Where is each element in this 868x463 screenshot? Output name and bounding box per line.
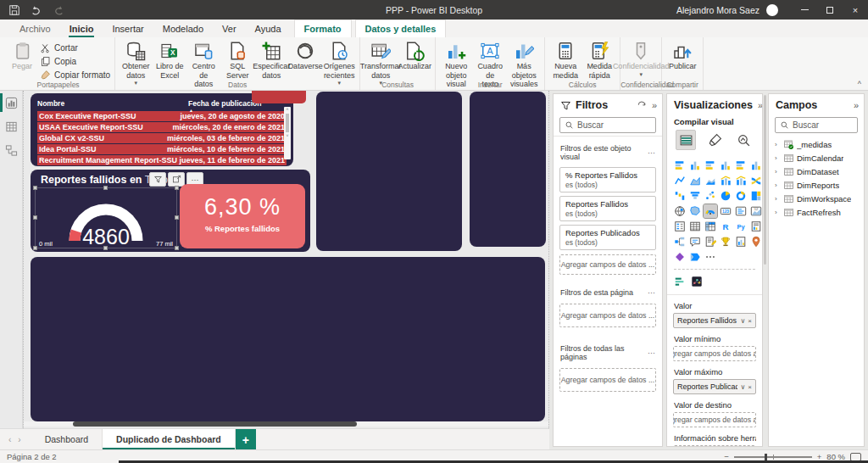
field-pill[interactable]: Reportes Publicados∨× [673, 379, 756, 394]
section-more-icon[interactable]: ··· [648, 148, 655, 157]
visual-icon-ribbon-chart[interactable] [749, 174, 763, 187]
ribbon-button-copiar-formato[interactable]: Copiar formato [40, 70, 110, 81]
menu-tab-insertar[interactable]: Insertar [103, 20, 153, 37]
add-data-fields-dropzone[interactable] [673, 445, 756, 447]
column-header-fecha[interactable]: Fecha de publicación [188, 99, 261, 108]
ribbon-button-obtener-datos[interactable]: Obtener datos▾ [120, 40, 152, 86]
visual-icon-100-stacked-column-chart[interactable] [749, 159, 763, 172]
maximize-button[interactable] [817, 0, 843, 20]
visual-icon-decomposition-tree[interactable] [673, 235, 687, 248]
page-tab-dashboard[interactable]: Dashboard [31, 429, 102, 449]
field-item-dimcalendar[interactable]: ›DimCalendar [772, 151, 860, 165]
filter-card[interactable]: Reportes Fallidoses (todos) [559, 196, 656, 221]
ribbon-button-cortar[interactable]: Cortar [40, 42, 110, 53]
selection-handle[interactable] [175, 215, 179, 220]
chevron-down-icon[interactable]: ∨ [740, 383, 745, 391]
user-name[interactable]: Alejandro Mora Saez [676, 5, 760, 15]
visual-icon-kpi[interactable]: 12 [749, 204, 763, 218]
visual-icon-funnel-chart[interactable] [688, 189, 702, 203]
ribbon-button-pegar[interactable]: Pegar [6, 40, 38, 71]
collapse-ribbon-icon[interactable]: ^ [858, 80, 861, 88]
partial-card-visual[interactable]: 20 [252, 91, 306, 103]
hide-pane-icon[interactable] [637, 99, 647, 111]
collapse-pane-icon[interactable]: » [854, 100, 859, 110]
visual-icon-python-visual[interactable]: Py [734, 220, 748, 233]
close-button[interactable]: × [843, 0, 868, 20]
gauge-visual[interactable]: 4860 0 mil 77 mil [36, 188, 176, 248]
zoom-slider[interactable] [734, 456, 812, 458]
filter-funnel-icon[interactable] [149, 172, 166, 187]
table-header[interactable]: Nombre Fecha de publicación ▲ [37, 97, 287, 111]
visual-icon-matrix[interactable] [704, 220, 717, 233]
field-item-factrefresh[interactable]: ›FactRefresh [772, 205, 860, 219]
visual-icon-power-apps[interactable] [673, 250, 687, 264]
visual-icon-line-and-clustered-column-chart[interactable] [734, 174, 748, 187]
table-scrollbar[interactable]: ˄˅ [284, 107, 291, 159]
selection-handle[interactable] [103, 186, 108, 190]
ribbon-button-nueva-medida[interactable]: Nueva medida [549, 40, 581, 80]
visual-icon-report[interactable] [734, 235, 748, 248]
section-more-icon[interactable]: ··· [648, 349, 655, 357]
selection-handle[interactable] [103, 246, 108, 250]
data-view-button[interactable] [0, 114, 23, 138]
visual-icon-100-stacked-bar-chart[interactable] [734, 159, 748, 172]
new-page-button[interactable]: + [236, 429, 256, 450]
selection-handle[interactable] [33, 246, 37, 250]
panel-scrollbar[interactable] [764, 95, 766, 265]
visual-icon-custom-visual-1[interactable] [673, 275, 687, 288]
analytics-tab[interactable] [733, 130, 754, 150]
filter-card[interactable]: % Reportes Fallidoses (todos) [559, 167, 656, 192]
visual-icon-smart-narrative[interactable] [704, 235, 717, 248]
expand-chevron-icon[interactable]: › [775, 141, 781, 148]
visual-icon-custom-visual-2[interactable] [690, 275, 704, 288]
expand-chevron-icon[interactable]: › [775, 181, 781, 189]
expand-chevron-icon[interactable]: › [775, 209, 781, 216]
undo-icon[interactable] [31, 4, 42, 16]
save-icon[interactable] [8, 4, 20, 16]
ribbon-button-orígenes-recientes[interactable]: Orígenes recientes▾ [323, 40, 355, 86]
report-view-button[interactable] [0, 91, 23, 114]
menu-tab-inicio[interactable]: Inicio [60, 20, 103, 37]
collapse-pane-icon[interactable]: » [652, 100, 657, 110]
redo-icon[interactable] [53, 4, 64, 16]
ribbon-button-dataverse[interactable]: Dataverse [289, 40, 321, 71]
table-row[interactable]: Recruitment Management Report-SSUjueves,… [37, 155, 287, 165]
visual-icon-map[interactable] [673, 204, 687, 218]
previous-page-icon[interactable]: ‹ [8, 435, 11, 444]
visual-icon-slicer[interactable] [673, 220, 687, 233]
page-tab-duplicado-de-dashboard[interactable]: Duplicado de Dashboard [102, 429, 236, 449]
menu-tab-datos-y-detalles[interactable]: Datos y detalles [355, 20, 447, 37]
visual-icon-pie-chart[interactable] [719, 189, 732, 203]
field-item-_medidas[interactable]: ›_medidas [772, 137, 860, 151]
visual-icon-area-chart[interactable] [688, 174, 702, 187]
format-visual-tab[interactable] [704, 130, 725, 150]
user-avatar[interactable] [766, 4, 778, 16]
visual-icon-donut-chart[interactable] [734, 189, 748, 203]
expand-chevron-icon[interactable]: › [775, 168, 781, 176]
visual-icon-clustered-column-chart[interactable] [719, 159, 732, 172]
empty-visual-panel-3[interactable] [31, 257, 545, 421]
menu-tab-archivo[interactable]: Archivo [10, 20, 60, 37]
gauge-visual-container[interactable]: Reportes fallidos en Todo ··· 4860 0 mil… [31, 170, 310, 252]
visual-icon-line-chart[interactable] [673, 174, 687, 187]
focus-mode-icon[interactable] [168, 172, 185, 187]
visual-icon-card[interactable]: 123 [719, 204, 732, 218]
selection-handle[interactable] [33, 215, 37, 220]
visual-icon-stacked-area-chart[interactable] [704, 174, 717, 187]
expand-chevron-icon[interactable]: › [775, 195, 781, 203]
field-item-dimreports[interactable]: ›DimReports [772, 178, 860, 192]
visual-icon-treemap[interactable] [749, 189, 763, 203]
empty-visual-panel-1[interactable] [316, 92, 462, 251]
empty-visual-panel-2[interactable] [470, 92, 546, 247]
ribbon-button-transformar-datos[interactable]: Transformar datos▾ [364, 40, 397, 86]
ribbon-button-sql-server[interactable]: SQL Server [221, 40, 253, 80]
menu-tab-modelado[interactable]: Modelado [153, 20, 213, 37]
add-data-fields-dropzone[interactable]: Agregar campos de datos ... [559, 254, 656, 275]
ribbon-button-libro-de-excel[interactable]: XLibro de Excel [153, 40, 186, 80]
ribbon-button-especificar-datos[interactable]: Especificar datos [255, 40, 287, 80]
selection-handle[interactable] [175, 186, 179, 190]
selection-handle[interactable] [33, 186, 37, 190]
add-data-fields-dropzone[interactable]: Agregar campos de datos a... [673, 412, 756, 427]
ribbon-button-actualizar[interactable]: Actualizar [398, 40, 431, 71]
remove-field-icon[interactable]: × [748, 383, 752, 391]
